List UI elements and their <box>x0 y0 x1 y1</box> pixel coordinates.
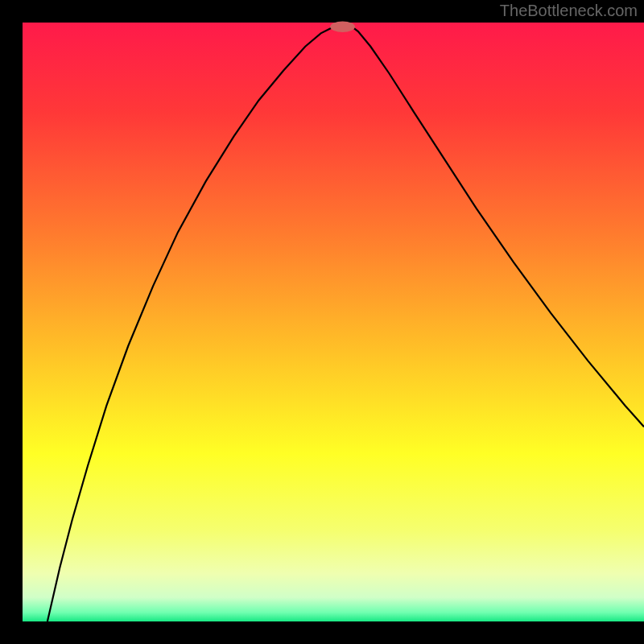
bottleneck-chart <box>0 0 644 644</box>
optimum-marker <box>330 22 355 32</box>
plot-background <box>23 23 644 621</box>
chart-container: TheBottleneck.com <box>0 0 644 644</box>
attribution-label: TheBottleneck.com <box>500 2 638 20</box>
